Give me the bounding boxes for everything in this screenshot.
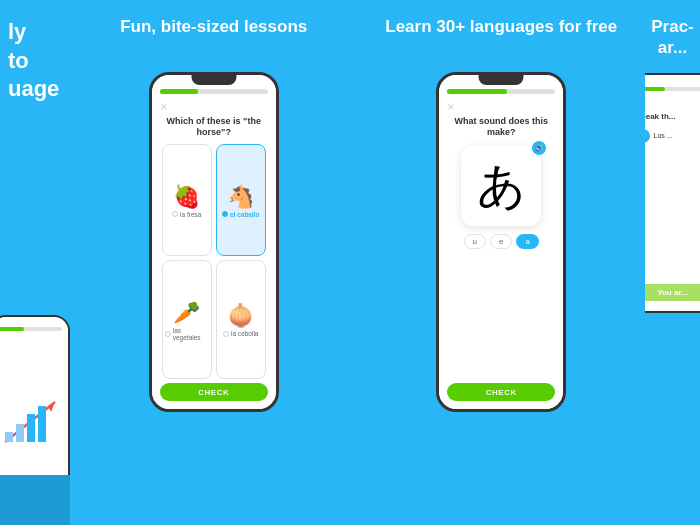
option-vegetales[interactable]: 🥕 las vegetales (162, 260, 212, 379)
panel4-title-line1: Prac- (651, 16, 694, 37)
panel-3: Learn 30+ languages for free ✕ What soun… (358, 0, 646, 525)
audio-text-4: Los ... (654, 132, 673, 139)
panel1-text-line2: to (8, 47, 70, 76)
emoji-fresa: 🍓 (173, 184, 200, 210)
you-badge: You ar... (645, 284, 700, 301)
answer-options: u e a (447, 234, 555, 249)
emoji-caballo: 🐴 (227, 184, 254, 210)
emoji-cebolla: 🧅 (227, 303, 254, 329)
audio-row: 🔊 Los ... (645, 129, 700, 143)
panel4-title-line2: ar... (651, 37, 694, 58)
progress-fill-2 (160, 89, 198, 94)
panel-4: Prac- ar... ✕ Speak th... 🔊 Los ... You … (645, 0, 700, 525)
panel1-text-line3: uage (8, 75, 70, 104)
progress-bar-3 (447, 89, 555, 94)
option-cebolla[interactable]: 🧅 la cebolla (216, 260, 266, 379)
label-cebolla: la cebolla (223, 330, 258, 337)
radio-cebolla (223, 331, 229, 337)
emoji-vegetales: 🥕 (173, 300, 200, 326)
close-icon-3: ✕ (447, 102, 455, 112)
japanese-character: あ (477, 154, 526, 218)
phone-2: ✕ Which of these is "the horse"? 🍓 la fr… (149, 72, 279, 412)
answer-grid: 🍓 la fresa 🐴 el caballo 🥕 (160, 144, 268, 379)
progress-fill-3 (447, 89, 506, 94)
svg-rect-4 (27, 414, 35, 442)
answer-e[interactable]: e (490, 234, 512, 249)
progress-bar-2 (160, 89, 268, 94)
panel1-text-line1: ly (8, 18, 70, 47)
question-text-2: Which of these is "the horse"? (160, 116, 268, 138)
phone-notch-3 (479, 75, 524, 85)
label-fresa: la fresa (172, 211, 201, 218)
check-button-2[interactable]: CHECK (160, 383, 268, 401)
answer-u[interactable]: u (464, 234, 486, 249)
panel-1: ly to uage (0, 0, 70, 525)
chart-svg (0, 392, 60, 452)
audio-icon-4[interactable]: 🔊 (645, 129, 650, 143)
radio-fresa (172, 211, 178, 217)
option-caballo[interactable]: 🐴 el caballo (216, 144, 266, 256)
phone-3: ✕ What sound does this make? あ 🔊 u e a C… (436, 72, 566, 412)
check-button-3[interactable]: CHECK (447, 383, 555, 401)
phone-notch-2 (191, 75, 236, 85)
panel4-speak-text: Speak th... (645, 112, 700, 121)
svg-rect-2 (5, 432, 13, 442)
question-text-3: What sound does this make? (447, 116, 555, 138)
phone-screen-3: ✕ What sound does this make? あ 🔊 u e a C… (439, 75, 563, 409)
svg-rect-5 (38, 406, 46, 442)
radio-caballo (222, 211, 228, 217)
panel3-title: Learn 30+ languages for free (385, 16, 617, 58)
sound-icon[interactable]: 🔊 (532, 141, 546, 155)
option-fresa[interactable]: 🍓 la fresa (162, 144, 212, 256)
phone-screen-2: ✕ Which of these is "the horse"? 🍓 la fr… (152, 75, 276, 409)
label-caballo: el caballo (222, 211, 260, 218)
radio-vegetales (165, 331, 171, 337)
close-icon-2: ✕ (160, 102, 168, 112)
label-vegetales: las vegetales (165, 327, 209, 341)
character-box: あ 🔊 (461, 146, 541, 226)
panel-2: Fun, bite-sized lessons ✕ Which of these… (70, 0, 358, 525)
svg-rect-3 (16, 424, 24, 442)
answer-a[interactable]: a (516, 234, 538, 249)
panel2-title: Fun, bite-sized lessons (120, 16, 307, 58)
